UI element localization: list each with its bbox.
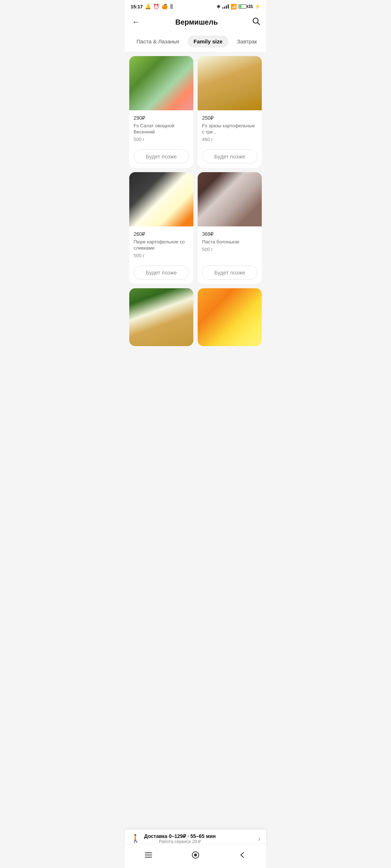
- product-card: 250₽ Fs зразы картофельные с гри... 460 …: [198, 56, 262, 168]
- product-image-1: [129, 56, 193, 110]
- tab-pasta[interactable]: Паста & Лазанья: [131, 35, 185, 47]
- product-card: 260₽ Пюре картофельное со сливками 500 г…: [129, 172, 193, 284]
- search-button[interactable]: [252, 17, 260, 27]
- tab-salad[interactable]: Сала: [266, 35, 266, 47]
- back-button[interactable]: ←: [131, 16, 142, 28]
- product-price-4: 369₽: [202, 230, 257, 238]
- time: 15:17: [131, 4, 143, 9]
- status-right: ✳ 📶 31 ⚡: [216, 4, 260, 9]
- product-weight-4: 500 г: [202, 247, 257, 252]
- product-image-4: [198, 172, 262, 226]
- product-image-6: [198, 288, 262, 346]
- btn-later-4[interactable]: Будет позже: [202, 265, 257, 280]
- battery-icon: [239, 4, 247, 9]
- product-grid: 290₽ Fs Салат овощной Весенний 500 г Буд…: [125, 52, 266, 350]
- charging-icon: ⚡: [255, 4, 260, 9]
- product-info-1: 290₽ Fs Салат овощной Весенний 500 г: [129, 110, 193, 146]
- product-price-2: 250₽: [202, 114, 257, 122]
- product-info-4: 369₽ Паста болоньезе 500 г: [198, 226, 262, 263]
- product-name-1: Fs Салат овощной Весенний: [134, 123, 189, 135]
- product-weight-3: 500 г: [134, 253, 189, 258]
- product-price-3: 260₽: [134, 230, 189, 238]
- page-title: Вермишель: [175, 18, 218, 26]
- product-image-3: [129, 172, 193, 226]
- top-nav: ← Вермишель: [125, 12, 266, 33]
- product-name-4: Паста болоньезе: [202, 239, 257, 245]
- category-tabs: Паста & Лазанья Family size Завтрак Сала: [125, 33, 266, 52]
- product-name-3: Пюре картофельное со сливками: [134, 239, 189, 251]
- battery-level: 31: [248, 4, 253, 9]
- product-card: [198, 288, 262, 346]
- btn-later-1[interactable]: Будет позже: [134, 149, 189, 163]
- product-image-5: [129, 288, 193, 346]
- product-name-2: Fs зразы картофельные с гри...: [202, 123, 257, 135]
- svg-line-1: [258, 23, 260, 25]
- status-left: 15:17 🔔 ⏰ 🍊 Ξ: [131, 4, 173, 9]
- alarm-icon: ⏰: [153, 4, 159, 9]
- product-weight-1: 500 г: [134, 137, 189, 142]
- notification-icon: 🔔: [145, 4, 151, 9]
- product-weight-2: 460 г: [202, 137, 257, 142]
- signal-icon: [222, 4, 229, 9]
- tab-breakfast[interactable]: Завтрак: [231, 35, 263, 47]
- bluetooth-icon: ✳: [216, 4, 220, 9]
- product-image-2: [198, 56, 262, 110]
- product-card: 290₽ Fs Салат овощной Весенний 500 г Буд…: [129, 56, 193, 168]
- app-icon-1: 🍊: [161, 4, 168, 9]
- btn-later-3[interactable]: Будет позже: [134, 265, 189, 280]
- app-icon-2: Ξ: [170, 4, 173, 9]
- btn-later-2[interactable]: Будет позже: [202, 149, 257, 163]
- product-price-1: 290₽: [134, 114, 189, 122]
- tab-family-size[interactable]: Family size: [188, 35, 228, 47]
- status-bar: 15:17 🔔 ⏰ 🍊 Ξ ✳ 📶 31 ⚡: [125, 0, 266, 12]
- wifi-icon: 📶: [231, 4, 237, 9]
- product-card: [129, 288, 193, 346]
- product-card: 369₽ Паста болоньезе 500 г Будет позже: [198, 172, 262, 284]
- product-info-3: 260₽ Пюре картофельное со сливками 500 г: [129, 226, 193, 263]
- product-info-2: 250₽ Fs зразы картофельные с гри... 460 …: [198, 110, 262, 146]
